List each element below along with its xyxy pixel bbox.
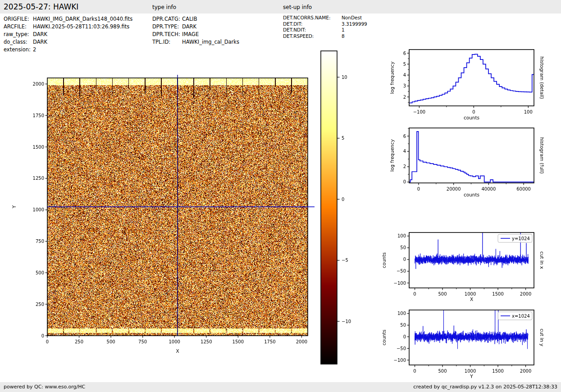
y-axis-label: counts: [381, 252, 387, 268]
colorbar-tick-label: 0: [342, 197, 344, 202]
x-tick-label: 2000: [520, 292, 531, 296]
y-tick-label: 4: [403, 149, 406, 154]
legend-label: y=1024: [512, 236, 530, 241]
x-tick-label: 1000: [465, 292, 476, 296]
y-tick-label: 100: [397, 311, 406, 316]
x-tick-label: 500: [438, 369, 447, 374]
x-tick-label: 1000: [169, 339, 180, 344]
y-tick-label: −50: [397, 269, 406, 273]
x-tick-label: 60000: [516, 187, 531, 191]
colorbar-tick-label: −5: [342, 258, 348, 263]
y-tick-label: 1500: [33, 145, 44, 150]
x-tick-label: 1250: [201, 339, 212, 344]
footer-created-by: created by qc_rawdisp.py v1.2.3 on 2025-…: [413, 384, 557, 390]
x-axis-label: X: [470, 296, 473, 302]
y-tick-label: 50: [400, 245, 406, 250]
y-tick-label: 0: [403, 334, 406, 339]
x-tick-label: −100: [413, 109, 425, 114]
colorbar-tick-label: −10: [342, 319, 351, 324]
x-tick-label: 20000: [447, 187, 461, 191]
y-tick-label: 750: [36, 239, 44, 244]
y-tick-label: 2: [403, 95, 406, 100]
x-axis-label: Y: [470, 374, 473, 379]
y-tick-label: −100: [394, 281, 406, 286]
y-tick-label: 2000: [33, 82, 44, 87]
x-tick-label: 1500: [492, 292, 503, 296]
x-tick-label: 0: [413, 369, 416, 374]
x-tick-label: 2000: [520, 369, 531, 374]
x-tick-label: 0: [46, 339, 49, 344]
y-tick-label: 100: [397, 233, 406, 238]
x-tick-label: 750: [138, 339, 147, 344]
x-axis-label: counts: [464, 192, 479, 197]
x-axis-label: counts: [464, 115, 479, 120]
axes-frame: [409, 128, 534, 183]
y-tick-label: 50: [400, 323, 406, 328]
histogram-full-plot: 02000040000600000246countslog frequencyh…: [389, 128, 545, 197]
colorbar-tick-label: 10: [342, 75, 347, 80]
y-axis-label: log frequency: [389, 61, 395, 94]
x-tick-label: 1750: [264, 339, 275, 344]
x-tick-label: 1500: [233, 339, 244, 344]
right-side-label: histogram (full): [539, 137, 545, 174]
x-tick-label: 500: [438, 292, 447, 296]
y-tick-label: 6: [403, 51, 406, 56]
y-tick-label: 0: [41, 333, 44, 338]
y-tick-label: 250: [36, 302, 44, 307]
right-side-label: cut in y: [539, 328, 545, 346]
colorbar-frame: [321, 51, 337, 364]
cut-in-x-plot: 0500100015002000−100−50050100Xcountscut …: [381, 228, 545, 302]
right-side-label: histogram (detail): [539, 56, 545, 99]
x-axis-label: X: [176, 348, 179, 354]
x-tick-label: 0: [472, 109, 475, 114]
x-tick-label: 100: [524, 109, 533, 114]
y-tick-label: −50: [397, 346, 406, 351]
y-tick-label: 500: [36, 270, 44, 275]
y-tick-label: 5: [403, 62, 406, 67]
colorbar-tick-label: 5: [342, 136, 344, 141]
right-side-label: cut in x: [539, 251, 545, 269]
cut-in-x-series-line: [415, 228, 529, 269]
y-tick-label: 6: [403, 134, 406, 139]
y-tick-label: 0: [403, 257, 406, 262]
plots-layer: 0250500750100012501500175020000250500750…: [0, 0, 561, 392]
cut-in-y-legend: x=1024: [498, 312, 532, 320]
x-tick-label: 1000: [465, 369, 476, 374]
legend-label: x=1024: [512, 314, 530, 319]
qc-report-page: 2025-05-27: HAWKI type info set-up info …: [0, 0, 561, 392]
y-axis-label: log frequency: [389, 139, 395, 172]
x-tick-label: 250: [75, 339, 83, 344]
cut-in-x-legend: y=1024: [498, 234, 532, 242]
y-axis-label: Y: [11, 205, 17, 209]
histogram-detail-plot: −100010023456countslog frequencyhistogra…: [389, 50, 545, 120]
x-tick-label: 0: [417, 187, 420, 191]
y-tick-label: 0: [403, 179, 406, 184]
y-tick-label: 2: [403, 164, 406, 169]
cut-in-y-plot: 0500100015002000−100−50050100Ycountscut …: [381, 304, 545, 379]
y-tick-label: 3: [403, 83, 406, 88]
x-tick-label: 1500: [492, 369, 503, 374]
colorbar-axis: 1050−5−10: [321, 51, 351, 364]
y-tick-label: 1750: [33, 113, 44, 118]
y-tick-label: 1250: [33, 176, 44, 181]
y-tick-label: 1000: [33, 207, 44, 212]
x-tick-label: 0: [413, 292, 416, 296]
y-axis-label: counts: [381, 329, 387, 345]
heatmap-axes: 0250500750100012501500175020000250500750…: [11, 75, 315, 354]
y-tick-label: 4: [403, 73, 406, 77]
footer-powered-by: powered by QC: www.eso.org/HC: [4, 384, 85, 390]
cut-in-y-series-line: [415, 304, 529, 349]
y-tick-label: −100: [394, 358, 406, 363]
histogram-detail-series-line: [410, 54, 534, 103]
x-tick-label: 500: [107, 339, 115, 344]
x-tick-label: 40000: [481, 187, 496, 191]
histogram-full-series-line: [409, 132, 534, 182]
x-tick-label: 2000: [296, 339, 307, 344]
